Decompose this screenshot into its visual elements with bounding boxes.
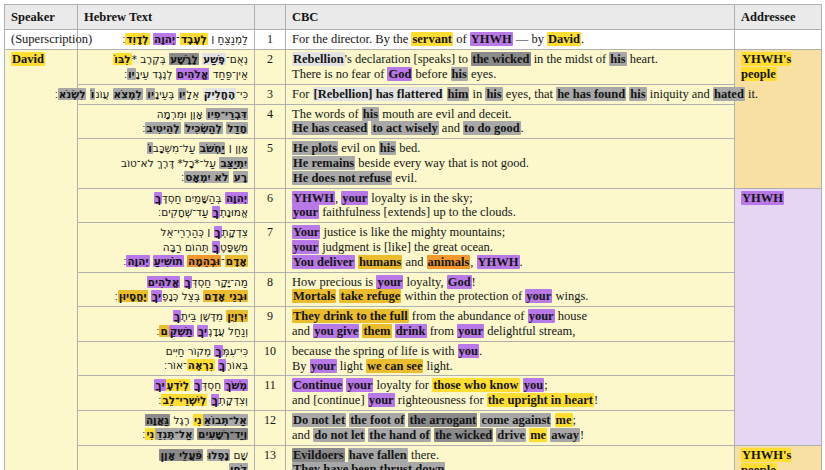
cbc-text-cell: The words of his mouth are evil and dece… [286,104,735,139]
highlight: וֹ [147,142,153,154]
addressee-cell: YHWH's people [735,50,822,189]
psalm-analysis-table: Speaker Hebrew Text CBC Addressee (Super… [4,4,822,470]
highlight: to do good [463,121,521,135]
hebrew-line: כִּי־עִמְּךָ מְקוֹר חַיִּים [84,344,248,359]
highlight: your [310,359,337,373]
highlight: He has ceased [292,121,368,135]
cbc-line: Rebellion's declaration [speaks] to the … [292,52,728,67]
highlight: אֱלֹהִים [147,276,181,288]
highlight: we can see [366,359,424,373]
highlight: וְיַד־רְשָׁעִים [197,428,248,440]
highlight: drink [395,324,427,338]
cbc-text-cell: They drink to the full from the abundanc… [286,307,735,342]
highlight: have fallen [348,448,408,462]
table-row: יִרְוְיֻן מִדֶּשֶׁן בֵּיתֶךָוְנַחַל עֲדָ… [5,307,822,342]
highlight: the wicked [471,52,530,66]
hebrew-text-cell: אַל־תְּבוֹאֵנִי רֶגֶל גַּאֲוָהוְיַד־רְשָ… [78,410,255,445]
highlight: גַּאֲוָה [145,414,170,426]
highlight: your [346,378,373,392]
col-header-cbc: CBC [286,5,735,30]
cbc-line: and do not let the hand of the wicked dr… [292,428,728,443]
verse-number-cell: 12 [255,410,286,445]
cbc-line: How precious is your loyalty, God! [292,275,728,290]
highlight: הֶחֱלִיק [203,88,237,100]
highlight: God [387,67,412,81]
highlight: לָרָשָׁע [169,53,199,65]
highlight: אַל־תְּבוֹאֵ [203,414,248,426]
addressee-label: YHWH's people [741,448,791,470]
hebrew-line: יְהוָה בְּהַשָּׁמַיִם חַסְדֶּךָ [84,191,248,206]
cbc-line: They have been thrust down [292,462,728,470]
hebrew-text-cell: יִרְוְיֻן מִדֶּשֶׁן בֵּיתֶךָוְנַחַל עֲדָ… [78,307,255,342]
verse-number-cell: 3 [255,84,286,104]
highlight: you [458,344,479,358]
hebrew-line: יִרְוְיֻן מִדֶּשֶׁן בֵּיתֶךָ [84,309,248,324]
hebrew-line: צִדְקָתְךָ ׀ כְּהַרְרֵי־אֵל [84,225,248,240]
highlight: the foot of [349,413,405,427]
addressee-cell: YHWH's people [735,445,822,470]
hebrew-line: אֱמוּנָתְךָ עַד־שְׁחָקִים׃ [84,205,248,220]
highlight: away [550,428,580,442]
speaker-label: David [11,52,45,66]
highlight: me [555,413,573,427]
highlight: יו [146,88,155,100]
table-row: צִדְקָתְךָ ׀ כְּהַרְרֵי־אֵלמִשְׁפָּטֶךָ … [5,223,822,272]
hebrew-line: וְיַד־רְשָׁעִים אַל־תְּנִדֵנִי׃ [84,427,248,442]
table-body: (Superscription)לַמְנַצֵּחַ ׀ לְעֶבֶד־יְ… [5,30,822,470]
cbc-text-cell: Do not let the foot of the arrogant come… [286,410,735,445]
table-row: כִּי־הֶחֱלִיק אֵלָיו בְּעֵינָיו לִמְצֹא … [5,84,822,104]
cbc-line: For [Rebellion] has flattered him in his… [292,87,728,102]
cbc-line: The words of his mouth are evil and dece… [292,107,728,122]
cbc-line: YHWH, your loyalty is in the sky; [292,191,728,206]
header-row: Speaker Hebrew Text CBC Addressee [5,5,822,30]
highlight: יִרְוְיֻן [226,310,248,322]
hebrew-line: וּבְנֵי אָדָם בְּצֵל כְּנָפֶיךָ יֶחֱסָיו… [84,289,248,304]
highlight: לְיֹדְעֶ [166,379,191,391]
speaker-cell: (Superscription) [5,30,78,50]
verse-number-cell: 4 [255,104,286,139]
highlight: יךָ [151,290,162,302]
verse-number-cell: 13 [255,445,286,470]
cbc-text-cell: How precious is your loyalty, God!Mortal… [286,272,735,307]
highlight: his [451,67,468,81]
hebrew-line: וְצִדְקָתְךָ לְיִשְׁרֵי־לֵב׃ [84,393,248,408]
cbc-line: and you give them drink from your deligh… [292,324,728,339]
highlight: Your [292,225,320,239]
highlight: He does not refuse [292,171,392,185]
highlight: They drink to the full [292,309,409,323]
highlight: לְהֵיטִיב [145,122,180,134]
hebrew-text-cell: כִּי־הֶחֱלִיק אֵלָיו בְּעֵינָיו לִמְצֹא … [78,84,255,104]
hebrew-text-cell: מְשֹׁךְ חַסְדְּךָ לְיֹדְעֶיךָוְצִדְקָתְך… [78,376,255,411]
highlight: ךָ [214,226,222,238]
table-row: אַל־תְּבוֹאֵנִי רֶגֶל גַּאֲוָהוְיַד־רְשָ… [5,410,822,445]
highlight: יְהוָה [126,255,149,267]
cbc-text-cell: YHWH, your loyalty is in the sky;your fa… [286,188,735,223]
highlight: YHWH [477,255,520,269]
hebrew-line: אָוֶן ׀ יַחְשֹׁב עַל־מִשְׁכָּבוֹ [84,141,248,156]
highlight: נִי [145,428,155,440]
hebrew-text-cell: לַמְנַצֵּחַ ׀ לְעֶבֶד־יְהוָה לְדָוִד׃ [78,30,255,50]
highlight: מְשֹׁךְ [224,379,248,391]
highlight: the arrogant [408,413,477,427]
highlight: לֹא יִמְאָס [184,171,229,183]
highlight: ךָ [212,241,220,253]
highlight: the upright in heart [487,393,594,407]
hebrew-text-cell: דִּבְרֵי־פִיו אָוֶן וּמִרְמָהחָדַל לְהַש… [78,104,255,139]
addressee-cell: YHWH [735,188,822,445]
hebrew-text-cell: כִּי־עִמְּךָ מְקוֹר חַיִּיםבְּאוֹרְךָ נִ… [78,341,255,376]
highlight: Rebellion [292,52,345,66]
hebrew-line: דֹּחוּ [84,462,248,470]
highlight: אַל־תְּנִדֵ [155,428,193,440]
col-header-speaker: Speaker [5,5,78,30]
hebrew-line: רָע לֹא יִמְאָס׃ [84,170,248,185]
cbc-text-cell: Rebellion's declaration [speaks] to the … [286,50,735,85]
highlight: ךָ [211,394,219,406]
verse-number-cell: 6 [255,188,286,223]
table-row: אָוֶן ׀ יַחְשֹׁב עַל־מִשְׁכָּבוֹיִתְיַצֵ… [5,139,822,188]
hebrew-text-cell: צִדְקָתְךָ ׀ כְּהַרְרֵי־אֵלמִשְׁפָּטֶךָ … [78,223,255,272]
cbc-line: and [continue] your righteousness for th… [292,393,728,408]
highlight: servant [411,32,453,46]
highlight: the wicked [434,428,493,442]
cbc-line: Your justice is like the mighty mountain… [292,225,728,240]
highlight: come against [480,413,551,427]
